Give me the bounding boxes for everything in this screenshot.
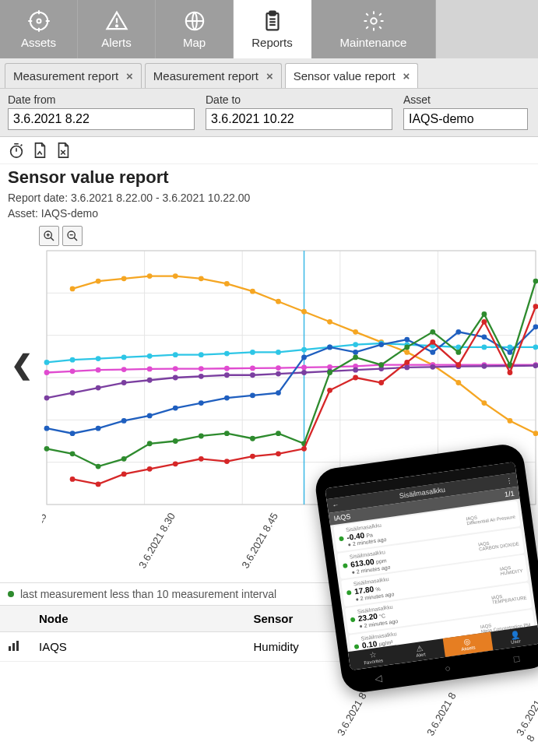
gear-icon xyxy=(362,9,385,33)
asset-input[interactable] xyxy=(403,108,528,130)
tab-label: Measurement report xyxy=(153,69,258,83)
row-node: IAQS xyxy=(31,632,246,662)
table-header-sensor: Sensor xyxy=(246,606,538,632)
svg-point-1 xyxy=(37,19,40,23)
close-icon[interactable]: × xyxy=(266,69,273,83)
svg-point-15 xyxy=(11,146,23,158)
sensor-table: Node Sensor IAQS Humidity xyxy=(0,606,538,662)
date-to-label: Date to xyxy=(206,93,392,106)
tab-sensor-value-report[interactable]: Sensor value report × xyxy=(285,63,419,88)
svg-line-18 xyxy=(21,145,23,146)
svg-rect-184 xyxy=(12,643,15,651)
legend-text-1: last measurement less than 10 measuremen… xyxy=(20,588,276,600)
nav-map[interactable]: Map xyxy=(156,0,234,58)
nav-label: Map xyxy=(183,36,206,49)
chart-prev-button[interactable]: ❮ xyxy=(11,349,33,380)
row-sensor: Humidity xyxy=(246,632,538,662)
clipboard-icon xyxy=(261,9,284,33)
tab-bar: Measurement report × Measurement report … xyxy=(0,58,538,89)
nav-label: Maintenance xyxy=(340,36,407,49)
chart-legend: last measurement less than 10 measuremen… xyxy=(0,582,538,606)
pdf-icon[interactable] xyxy=(31,142,48,159)
date-to-input[interactable] xyxy=(206,108,392,130)
zoom-in-icon xyxy=(43,230,55,242)
bar-chart-icon xyxy=(8,640,22,651)
action-row xyxy=(0,137,538,164)
svg-rect-185 xyxy=(16,641,19,651)
nav-alerts[interactable]: Alerts xyxy=(78,0,156,58)
nav-reports[interactable]: Reports xyxy=(234,0,311,58)
stray-x-labels: 3.6.2021 8 3.6.2021 8 3.6.2021 8 xyxy=(0,662,538,755)
stray-label: 3.6.2021 8 xyxy=(514,698,538,744)
date-from-input[interactable] xyxy=(8,108,195,130)
svg-text:3.6.2021 9.00: 3.6.2021 9.00 xyxy=(343,511,384,570)
tab-measurement-report-2[interactable]: Measurement report × xyxy=(145,63,282,88)
report-date-line: Report date: 3.6.2021 8.22.00 - 3.6.2021… xyxy=(8,191,530,206)
alert-icon xyxy=(105,9,128,33)
nav-maintenance[interactable]: Maintenance xyxy=(311,0,436,58)
tab-label: Measurement report xyxy=(13,69,118,83)
report-asset-line: Asset: IAQS-demo xyxy=(8,206,530,222)
report-header: Sensor value report Report date: 3.6.202… xyxy=(0,164,538,223)
svg-rect-183 xyxy=(9,646,11,651)
legend-dot-2 xyxy=(501,591,507,597)
nav-label: Reports xyxy=(251,36,293,49)
svg-point-0 xyxy=(30,12,47,30)
asset-label: Asset xyxy=(403,93,528,106)
svg-text:3.6.2021 8.45: 3.6.2021 8.45 xyxy=(239,511,280,570)
svg-line-20 xyxy=(51,237,54,241)
svg-text:3.6.2021 8.30: 3.6.2021 8.30 xyxy=(136,511,178,570)
table-row[interactable]: IAQS Humidity xyxy=(0,632,538,662)
nav-assets[interactable]: Assets xyxy=(0,0,78,58)
nav-spacer xyxy=(436,0,538,58)
chart-area: ❮ 3.6.2021 8.153.6.2021 8.303.6.2021 8.4… xyxy=(0,248,538,582)
stopwatch-icon[interactable] xyxy=(8,142,25,159)
sensor-chart[interactable]: 3.6.2021 8.153.6.2021 8.303.6.2021 8.453… xyxy=(42,248,538,582)
zoom-in-button[interactable] xyxy=(39,226,59,246)
nav-label: Alerts xyxy=(101,36,131,49)
zoom-out-button[interactable] xyxy=(62,226,83,246)
date-from-label: Date from xyxy=(8,93,195,106)
tab-measurement-report-1[interactable]: Measurement report × xyxy=(5,63,142,88)
legend-text-2: last xyxy=(513,588,530,600)
table-header-blank xyxy=(0,606,31,632)
table-header-node: Node xyxy=(31,606,246,632)
close-icon[interactable]: × xyxy=(403,69,410,83)
zoom-row xyxy=(0,223,538,248)
svg-point-14 xyxy=(371,18,377,24)
svg-text:3.6.2021 8.15: 3.6.2021 8.15 xyxy=(42,511,49,570)
zoom-out-icon xyxy=(66,230,79,242)
report-title: Sensor value report xyxy=(8,167,530,188)
globe-icon xyxy=(183,9,206,33)
svg-rect-10 xyxy=(269,12,276,16)
svg-point-7 xyxy=(116,25,118,26)
row-chart-icon[interactable] xyxy=(0,632,31,662)
svg-line-24 xyxy=(74,237,77,241)
tab-label: Sensor value report xyxy=(294,69,396,83)
excel-icon[interactable] xyxy=(55,142,72,159)
nav-label: Assets xyxy=(21,36,56,49)
legend-dot-1 xyxy=(8,591,14,597)
target-icon xyxy=(27,9,51,33)
top-nav: Assets Alerts Map Reports Maintenance xyxy=(0,0,538,58)
stray-label: 3.6.2021 8 xyxy=(335,691,369,738)
stray-label: 3.6.2021 8 xyxy=(424,691,459,738)
close-icon[interactable]: × xyxy=(126,69,133,83)
filter-bar: Date from Date to Asset xyxy=(0,89,538,137)
